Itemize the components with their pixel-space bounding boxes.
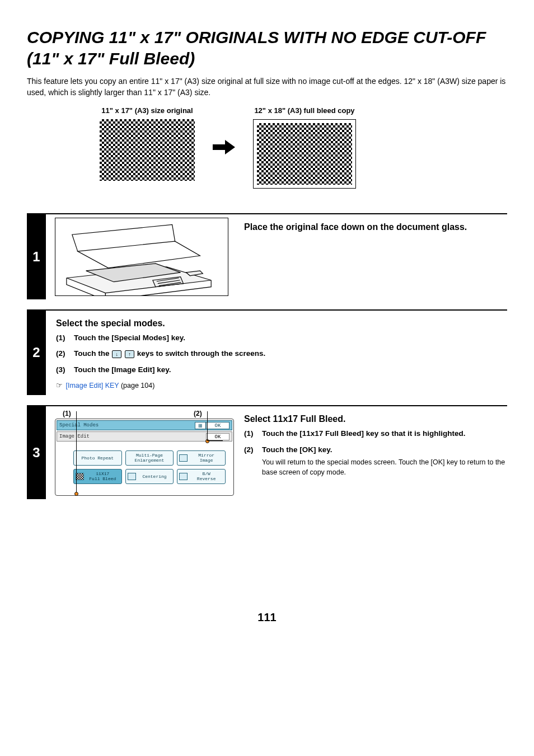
step-1-text: Place the original face down on the docu… [236,214,507,299]
multi-page-enlargement-button[interactable]: Multi-Page Enlargement [125,450,174,466]
arrow-icon [213,106,235,154]
page-title: COPYING 11" x 17" ORIGINALS WITH NO EDGE… [27,27,507,69]
step-2-body: Select the special modes. (1) Touch the … [46,311,507,396]
checker-original [100,119,195,181]
step-2-item-3: (3) Touch the [Image Edit] key. [56,365,507,375]
bw-reverse-button[interactable]: B/W Reverse [177,469,226,484]
step-1-illustration [46,214,236,299]
panel-ok-button-outer[interactable]: OK [206,422,229,429]
panel-ok-button-inner[interactable]: OK [206,433,229,440]
page-number: 111 [27,611,507,624]
diagram-copy: 12" x 18" (A3) full bleed copy [253,106,356,191]
svg-marker-0 [213,140,235,154]
diagram-copy-caption: 12" x 18" (A3) full bleed copy [253,106,356,115]
mirror-image-button[interactable]: Mirror Image [177,450,226,466]
callout-2: (2) [194,410,202,417]
step-1-number: 1 [27,214,46,299]
full-bleed-button[interactable]: 11X17 Full Bleed [73,469,122,484]
step-3-text: Select 11x17 Full Bleed. (1) Touch the [… [236,406,507,499]
pointer-icon: ☞ [56,381,63,389]
checker-copy [253,119,356,189]
centering-icon [128,473,136,480]
step-2-list: (1) Touch the [Special Modes] key. (2) T… [56,333,507,376]
bw-reverse-icon [179,473,188,480]
step-3-illustration: (1) (2) Special Modes ▦ OK Image Edit OK… [46,406,236,499]
callout-line-2 [207,411,208,440]
centering-button[interactable]: Centering [125,469,174,484]
step-2-item-2: (2) Touch the ↓ ↑ keys to switch through… [56,349,507,359]
step-2-title: Select the special modes. [56,318,507,328]
step-3-list: (1) Touch the [11x17 Full Bleed] key so … [244,429,507,477]
step-2-item-1: (1) Touch the [Special Modes] key. [56,333,507,344]
callout-dot-1 [74,492,78,496]
step-3-number: 3 [27,406,46,499]
callout-1: (1) [63,410,71,417]
callout-line-1 [76,411,77,492]
intro-text: This feature lets you copy an entire 11"… [27,76,507,98]
step-1-row: 1 Place the original fac [27,213,507,299]
step-3-title: Select 11x17 Full Bleed. [244,414,507,424]
down-arrow-key-icon: ↓ [112,350,121,358]
step-3-item-2: (2) Touch the [OK] key. You will return … [244,445,507,477]
step-2-number: 2 [27,311,46,396]
panel-header1-label: Special Modes [59,422,195,428]
panel-button-grid: Photo Repeat Multi-Page Enlargement Mirr… [57,448,232,494]
step-2-row: 2 Select the special modes. (1) Touch th… [27,309,507,396]
callout-line-2b [207,440,223,441]
image-edit-key-link[interactable]: [Image Edit] KEY [65,382,119,389]
panel-header-icon: ▦ [195,422,206,429]
diagram-original: 11" x 17" (A3) size original [100,106,195,183]
step-3-row: 3 (1) (2) Special Modes ▦ OK Image Edit … [27,405,507,499]
photo-repeat-button[interactable]: Photo Repeat [73,450,122,466]
diagram-original-caption: 11" x 17" (A3) size original [100,106,195,115]
step-3-item-2-desc: You will return to the special modes scr… [262,458,507,477]
special-modes-panel: Special Modes ▦ OK Image Edit OK Photo R… [55,419,234,496]
panel-callouts: (1) (2) [55,410,231,417]
step-3-item-1: (1) Touch the [11x17 Full Bleed] key so … [244,429,507,439]
full-bleed-icon [76,473,84,480]
scanner-icon [55,218,228,296]
panel-header2-label: Image Edit [59,434,206,439]
panel-header-special-modes: Special Modes ▦ OK [57,420,232,430]
diagram-row: 11" x 17" (A3) size original 12" x 18" (… [100,106,507,191]
up-arrow-key-icon: ↑ [125,350,134,358]
step-1-title: Place the original face down on the docu… [244,222,507,232]
mirror-image-icon [179,454,188,462]
